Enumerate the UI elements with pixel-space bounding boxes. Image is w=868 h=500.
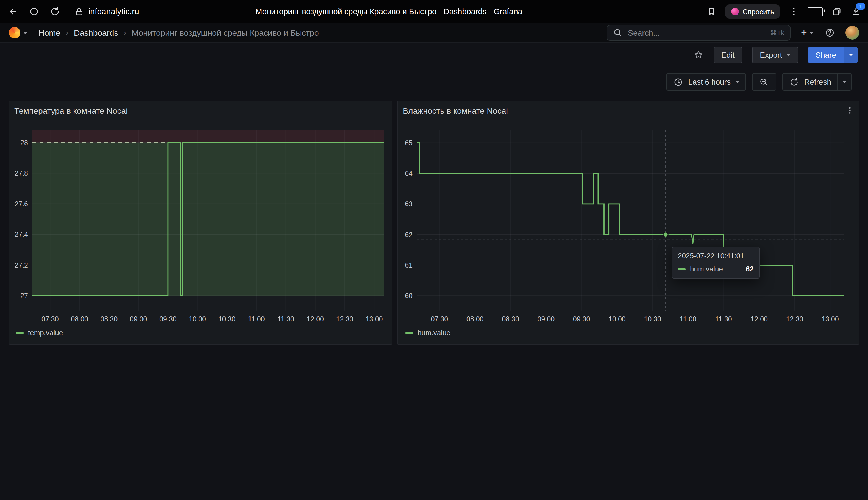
x-tick-label: 12:00 [751, 315, 768, 323]
tooltip-series-value: 62 [746, 265, 754, 273]
breadcrumb-current: Мониторинг воздушной среды Красиво и Быс… [132, 28, 319, 37]
chevron-down-icon [786, 54, 790, 56]
refresh-label: Refresh [804, 78, 831, 86]
reload-icon[interactable] [49, 6, 60, 17]
zoom-out-button[interactable] [752, 73, 776, 91]
ask-ai-label: Спросить [742, 8, 774, 16]
downloads-icon[interactable]: 1 [850, 6, 861, 17]
y-tick-label: 62 [405, 231, 413, 238]
y-tick-label: 28 [20, 139, 28, 146]
downloads-badge: 1 [856, 3, 865, 10]
search-icon [613, 27, 624, 38]
panel-temperature: Температура в комнате Nocai 2827.827.627… [9, 101, 392, 344]
plus-icon: + [801, 27, 807, 38]
back-icon[interactable] [8, 6, 19, 17]
time-range-picker[interactable]: Last 6 hours [666, 73, 746, 91]
x-tick-label: 13:00 [822, 315, 839, 323]
browser-menu-kebab-icon[interactable] [788, 6, 799, 17]
chevron-down-icon [849, 54, 853, 56]
page-title: Мониторинг воздушной среды Красиво и Быс… [255, 0, 522, 23]
x-tick-label: 09:00 [130, 315, 147, 323]
legend-hum[interactable]: hum.value [406, 329, 450, 337]
y-tick-label: 63 [405, 200, 413, 208]
x-tick-label: 08:30 [502, 315, 519, 323]
chevron-down-icon [735, 81, 740, 83]
x-tick-label: 12:30 [786, 315, 803, 323]
dashboard-toolbar: Edit Export Share [0, 43, 868, 67]
x-tick-label: 11:00 [680, 315, 697, 323]
tooltip-series-row: hum.value 62 [672, 263, 759, 278]
refresh-icon [789, 76, 800, 87]
search-placeholder: Search... [628, 28, 660, 37]
browser-chrome: infoanalytic.ru Мониторинг воздушной сре… [0, 0, 868, 23]
x-tick-label: 08:00 [71, 315, 88, 323]
breadcrumb-home[interactable]: Home [38, 28, 60, 37]
url-text[interactable]: infoanalytic.ru [89, 7, 139, 16]
y-tick-label: 27.2 [14, 261, 28, 269]
share-menu-button[interactable] [844, 46, 858, 63]
export-label: Export [760, 50, 782, 59]
search-input[interactable]: Search... ⌘+k [606, 25, 790, 41]
chevron-down-icon [23, 32, 27, 34]
breadcrumb-separator-icon: › [124, 29, 126, 37]
ask-ai-button[interactable]: Спросить [725, 4, 780, 19]
series-fill [32, 143, 384, 296]
tooltip-timestamp: 2025-07-22 10:41:01 [672, 247, 759, 263]
grafana-nav: Home › Dashboards › Мониторинг воздушной… [0, 23, 868, 43]
tabs-panel-icon[interactable] [831, 6, 842, 17]
share-button[interactable]: Share [808, 46, 844, 63]
x-tick-label: 09:30 [573, 315, 590, 323]
clock-icon [673, 76, 684, 87]
legend-temp[interactable]: temp.value [16, 329, 63, 337]
chevron-down-icon [842, 81, 847, 83]
y-tick-label: 27.6 [14, 200, 28, 208]
x-tick-label: 12:30 [336, 315, 354, 323]
x-tick-label: 09:00 [538, 315, 555, 323]
zoom-out-icon [759, 76, 770, 87]
temperature-chart[interactable]: 2827.827.627.427.22707:3008:0008:3009:00… [9, 101, 393, 345]
x-tick-label: 09:30 [159, 315, 176, 323]
y-tick-label: 60 [405, 292, 413, 299]
edit-button[interactable]: Edit [713, 46, 742, 63]
favorite-star-icon[interactable] [693, 49, 704, 60]
x-tick-label: 07:30 [42, 315, 59, 323]
series-line-hum.value [417, 143, 844, 296]
chevron-down-icon [809, 32, 814, 34]
x-tick-label: 11:00 [248, 315, 265, 323]
search-shortcut: ⌘+k [770, 29, 785, 37]
x-tick-label: 11:30 [715, 315, 732, 323]
humidity-chart[interactable]: 65646362616007:3008:0008:3009:0009:3010:… [398, 101, 860, 345]
x-tick-label: 13:00 [366, 315, 383, 323]
time-controls: Last 6 hours Refresh [666, 73, 852, 91]
panel-humidity: Влажность в комнате Nocai 65646362616007… [397, 101, 859, 344]
tooltip-swatch-icon [678, 268, 686, 270]
legend-hum-label: hum.value [418, 329, 450, 337]
grafana-logo-icon [9, 27, 20, 38]
x-tick-label: 08:00 [466, 315, 484, 323]
x-tick-label: 08:30 [101, 315, 118, 323]
export-button[interactable]: Export [752, 46, 798, 63]
y-tick-label: 64 [405, 170, 413, 177]
x-tick-label: 11:30 [277, 315, 294, 323]
bookmark-icon[interactable] [706, 6, 717, 17]
share-split-button: Share [808, 46, 858, 63]
browser-home-icon[interactable] [28, 6, 39, 17]
x-tick-label: 12:00 [307, 315, 324, 323]
help-icon[interactable] [824, 27, 835, 38]
grafana-menu-button[interactable] [9, 27, 27, 38]
time-range-label: Last 6 hours [688, 78, 731, 86]
user-avatar[interactable] [845, 26, 859, 39]
x-tick-label: 10:30 [218, 315, 236, 323]
edit-label: Edit [721, 50, 734, 59]
chart-tooltip: 2025-07-22 10:41:01 hum.value 62 [672, 247, 760, 279]
address-bar[interactable]: infoanalytic.ru [73, 6, 139, 17]
breadcrumb-dashboards[interactable]: Dashboards [74, 28, 118, 37]
new-button[interactable]: + [801, 27, 814, 38]
refresh-button[interactable]: Refresh [782, 73, 838, 91]
screen: infoanalytic.ru Мониторинг воздушной сре… [0, 0, 868, 500]
refresh-interval-button[interactable] [837, 73, 852, 91]
legend-temp-label: temp.value [28, 329, 63, 337]
hover-point [663, 232, 668, 237]
legend-swatch-icon [16, 332, 24, 334]
site-security-icon[interactable] [73, 6, 84, 17]
